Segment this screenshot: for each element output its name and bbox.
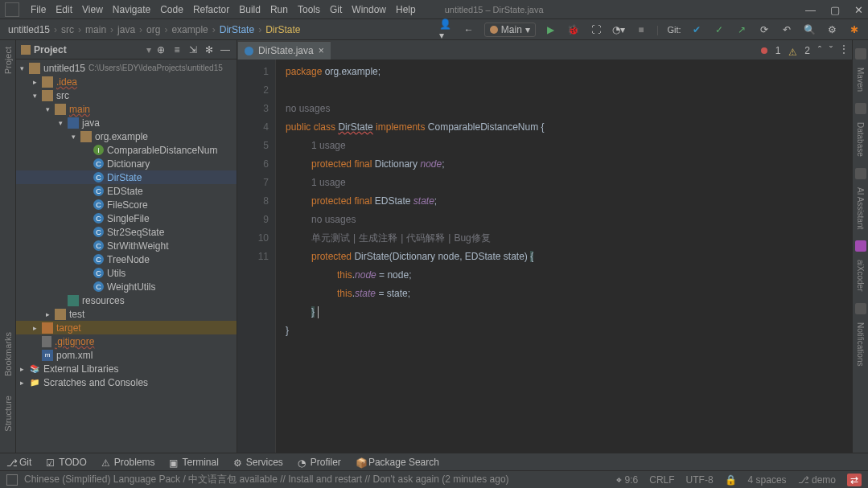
tab-maven[interactable]: Maven xyxy=(856,64,865,95)
aixcoder-icon[interactable] xyxy=(855,240,866,252)
tab-database[interactable]: Database xyxy=(856,119,865,160)
tree-pom[interactable]: mpom.xml xyxy=(16,348,237,362)
search-icon[interactable]: 🔍 xyxy=(802,23,817,37)
tab-bookmarks[interactable]: Bookmarks xyxy=(3,329,13,379)
menu-help[interactable]: Help xyxy=(391,2,421,18)
line-number[interactable]: 2 xyxy=(237,81,269,100)
menu-view[interactable]: View xyxy=(77,2,108,18)
run-icon[interactable]: ▶ xyxy=(544,23,558,37)
tree-class[interactable]: CTreeNode xyxy=(16,252,237,266)
minimize-icon[interactable]: — xyxy=(805,4,816,16)
line-number[interactable]: 11 xyxy=(237,248,269,266)
project-tree[interactable]: ▾untitled15C:\Users\EDY\IdeaProjects\unt… xyxy=(16,59,237,453)
status-indent[interactable]: 4 spaces xyxy=(748,474,787,486)
ai-hint[interactable]: 单元测试 xyxy=(311,232,350,244)
tree-scratches[interactable]: ▸📁Scratches and Consoles xyxy=(16,375,237,389)
crumb-class[interactable]: DirState xyxy=(218,24,256,35)
menu-window[interactable]: Window xyxy=(347,2,391,18)
tree-target[interactable]: ▸target xyxy=(16,321,237,334)
ai-hint[interactable]: 代码解释 xyxy=(406,232,445,244)
tree-class[interactable]: CEDState xyxy=(16,184,237,198)
tool-terminal[interactable]: ▣Terminal xyxy=(169,457,218,468)
line-number[interactable]: 4 xyxy=(237,118,269,137)
menu-build[interactable]: Build xyxy=(234,2,265,18)
git-commit-icon[interactable]: ✓ xyxy=(712,23,726,37)
tree-package[interactable]: ▾org.example xyxy=(16,129,237,143)
run-config-selector[interactable]: Main ▾ xyxy=(484,23,536,37)
plugin-icon[interactable]: ✱ xyxy=(847,23,862,37)
tool-package-search[interactable]: 📦Package Search xyxy=(356,457,439,468)
status-position[interactable]: ⌖ 9:6 xyxy=(616,474,638,486)
tree-src[interactable]: ▾src xyxy=(16,88,237,102)
usage-hint[interactable]: 1 usage xyxy=(311,177,346,188)
crumb-org[interactable]: org xyxy=(145,24,162,35)
status-branch[interactable]: ⎇ demo xyxy=(798,474,836,486)
chevron-down-icon[interactable]: ▾ xyxy=(146,44,151,55)
tree-class[interactable]: CStr2SeqState xyxy=(16,225,237,239)
tree-test[interactable]: ▸test xyxy=(16,307,237,321)
status-icon[interactable] xyxy=(6,474,18,486)
menu-refactor[interactable]: Refactor xyxy=(188,2,234,18)
editor-tab[interactable]: DirState.java × xyxy=(238,41,331,59)
inspection-indicator[interactable]: 1 ⚠2 ˆ ˇ xyxy=(761,45,833,56)
tree-class[interactable]: CWeightUtils xyxy=(16,280,237,293)
tree-class[interactable]: CSingleFile xyxy=(16,211,237,225)
settings-icon[interactable]: ⚙ xyxy=(825,23,839,37)
ai-assistant-icon[interactable] xyxy=(855,168,866,179)
tool-todo[interactable]: ☑TODO xyxy=(46,457,86,468)
tree-idea[interactable]: ▸.idea xyxy=(16,75,237,88)
status-readonly-icon[interactable]: 🔒 xyxy=(725,474,737,486)
git-push-icon[interactable]: ↗ xyxy=(734,23,749,37)
tree-gitignore[interactable]: .gitignore xyxy=(16,334,237,348)
status-encoding[interactable]: UTF-8 xyxy=(686,474,714,486)
crumb-example[interactable]: example xyxy=(170,24,209,35)
database-icon[interactable] xyxy=(855,103,866,114)
status-message[interactable]: Chinese (Simplified) Language Pack / 中文语… xyxy=(24,473,509,486)
crumb-src[interactable]: src xyxy=(60,24,76,35)
menu-git[interactable]: Git xyxy=(325,2,347,18)
coverage-icon[interactable]: ⛶ xyxy=(589,23,603,37)
tab-structure[interactable]: Structure xyxy=(3,392,13,435)
code-area[interactable]: package org.example; no usages public cl… xyxy=(276,59,852,453)
back-icon[interactable]: ← xyxy=(462,23,476,37)
git-rollback-icon[interactable]: ↶ xyxy=(780,23,794,37)
usage-hint[interactable]: no usages xyxy=(311,214,356,225)
settings-icon[interactable]: ✻ xyxy=(203,43,216,56)
ai-hint[interactable]: Bug修复 xyxy=(454,232,490,244)
tree-class[interactable]: CUtils xyxy=(16,266,237,280)
maven-icon[interactable] xyxy=(855,48,866,59)
tree-class[interactable]: CStrWithWeight xyxy=(16,239,237,252)
chevron-up-icon[interactable]: ˆ xyxy=(818,45,821,56)
editor-more-icon[interactable]: ⋮ xyxy=(839,43,849,55)
ai-hint[interactable]: 生成注释 xyxy=(359,232,397,244)
tree-class[interactable]: CDictionary xyxy=(16,157,237,170)
tool-profiler[interactable]: ◔Profiler xyxy=(298,457,341,468)
tree-class[interactable]: IComparableDistanceNum xyxy=(16,143,237,157)
tab-project[interactable]: Project xyxy=(3,43,13,77)
line-number[interactable]: 8 xyxy=(237,192,269,211)
line-number[interactable]: 9 xyxy=(237,211,269,229)
close-icon[interactable]: ✕ xyxy=(854,4,863,16)
menu-navigate[interactable]: Navigate xyxy=(108,2,155,18)
chevron-down-icon[interactable]: ˇ xyxy=(829,45,833,56)
git-history-icon[interactable]: ⟳ xyxy=(757,23,771,37)
tool-git[interactable]: ⎇Git xyxy=(6,457,31,468)
crumb-main[interactable]: main xyxy=(84,24,108,35)
tab-ai-assistant[interactable]: AI Assistant xyxy=(856,184,865,232)
tab-aixcoder[interactable]: aiXcoder xyxy=(856,256,865,294)
tool-problems[interactable]: ⚠Problems xyxy=(101,457,155,468)
tree-main[interactable]: ▾main xyxy=(16,102,237,116)
tree-class-selected[interactable]: CDirState xyxy=(16,170,237,184)
select-opened-icon[interactable]: ⊕ xyxy=(154,43,167,56)
edit-area[interactable]: 1 2 3 4 5 6 7 8 9 10 11 package org.exam… xyxy=(237,59,852,453)
close-tab-icon[interactable]: × xyxy=(319,45,324,56)
project-panel-title[interactable]: Project xyxy=(34,44,143,55)
maximize-icon[interactable]: ▢ xyxy=(830,4,840,16)
user-switch-icon[interactable]: 👤▾ xyxy=(439,23,454,37)
menu-code[interactable]: Code xyxy=(155,2,188,18)
hide-icon[interactable]: — xyxy=(219,43,232,56)
stop-icon[interactable]: ■ xyxy=(634,23,648,37)
menu-run[interactable]: Run xyxy=(265,2,293,18)
git-update-icon[interactable]: ✔ xyxy=(689,23,704,37)
line-number[interactable]: 1 xyxy=(237,63,269,81)
